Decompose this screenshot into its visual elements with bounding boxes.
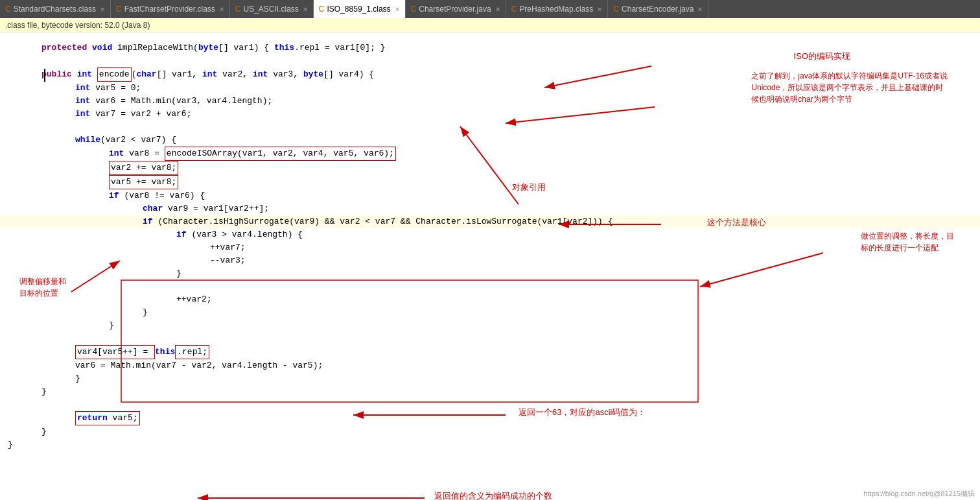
ann-text-4: 做位置的调整，将长度，目标的长度进行一个适配 <box>861 230 954 254</box>
code-line-31: } <box>0 438 980 451</box>
tab-label-5: CharsetProvider.java <box>419 5 491 14</box>
code-line-22: } <box>0 319 980 332</box>
code-line-10: var2 += var8; <box>0 161 980 175</box>
tab-icon-5: C <box>411 5 417 14</box>
tab-label-2: FastCharsetProvider.class <box>124 5 215 14</box>
ann-text-5: 调整偏移量和目标的位置 <box>19 276 66 299</box>
code-line-13: char var9 = var1[var2++]; <box>0 202 980 215</box>
code-line-26: } <box>0 372 980 385</box>
code-line-25: var6 = Math.min(var7 - var2, var4.length… <box>0 359 980 372</box>
tab-icon-1: C <box>5 5 11 14</box>
tab-icon-3: C <box>235 5 241 14</box>
ann-text-7: 返回值的含义为编码成功的个数 <box>434 490 552 500</box>
code-line-23 <box>0 332 980 345</box>
status-text: .class file, bytecode version: 52.0 (Jav… <box>5 21 150 30</box>
close-btn-7[interactable]: ✕ <box>697 6 703 13</box>
code-line-14: if (Character.isHighSurrogate(var9) && v… <box>0 215 980 228</box>
tab-charset-encoder[interactable]: C CharsetEncoder.java ✕ <box>608 0 708 18</box>
tab-charset-provider[interactable]: C CharsetProvider.java ✕ <box>406 0 506 18</box>
tab-label-1: StandardCharsets.class <box>14 5 96 14</box>
close-btn-3[interactable]: ✕ <box>303 6 308 13</box>
ann-title: ISO的编码实现 <box>794 51 850 62</box>
tab-label-6: PreHashedMap.class <box>519 5 593 14</box>
code-line-11: var5 += var8; <box>0 175 980 189</box>
code-area[interactable]: protected void implReplaceWith(byte[] va… <box>0 32 980 500</box>
tab-label-3: US_ASCII.class <box>243 5 298 14</box>
code-line-21: } <box>0 306 980 319</box>
tab-iso-8859[interactable]: C ISO_8859_1.class ✕ <box>314 0 406 18</box>
ann-text-1: 之前了解到，java体系的默认字符编码集是UTF-16或者说 Unicode，所… <box>751 70 948 105</box>
code-line-17: --var3; <box>0 254 980 267</box>
code-line-24: var4[var5++] = this.repl; <box>0 345 980 359</box>
tab-icon-6: C <box>511 5 517 14</box>
close-btn-4[interactable]: ✕ <box>395 6 400 13</box>
tab-icon-2: C <box>116 5 122 14</box>
code-line-29: return var5; <box>0 411 980 425</box>
code-line-9: int var8 = encodeISOArray(var1, var2, va… <box>0 147 980 161</box>
code-line-19 <box>0 280 980 293</box>
tab-standard-charsets[interactable]: C StandardCharsets.class ✕ <box>0 0 111 18</box>
code-line-28 <box>0 398 980 411</box>
code-line-27: } <box>0 385 980 398</box>
tab-label-4: ISO_8859_1.class <box>327 5 391 14</box>
close-btn-1[interactable]: ✕ <box>100 6 105 13</box>
bottom-url: https://blog.csdn.net/q@81215编辑 <box>859 488 980 500</box>
code-line-16: ++var7; <box>0 241 980 254</box>
status-bar: .class file, bytecode version: 52.0 (Jav… <box>0 18 980 32</box>
tab-icon-4: C <box>319 5 325 14</box>
tab-icon-7: C <box>613 5 619 14</box>
code-line-20: ++var2; <box>0 293 980 306</box>
tab-us-ascii[interactable]: C US_ASCII.class ✕ <box>230 0 314 18</box>
code-line-15: if (var3 > var4.length) { <box>0 228 980 241</box>
close-btn-2[interactable]: ✕ <box>219 6 224 13</box>
ann-text-3: 这个方法是核心 <box>707 217 766 228</box>
ann-text-2: 对象引用 <box>512 182 546 193</box>
code-line-6: int var7 = var2 + var6; <box>0 108 980 121</box>
tab-fast-charset[interactable]: C FastCharsetProvider.class ✕ <box>111 0 230 18</box>
ann-text-6: 返回一个63，对应的ascii码值为： <box>519 407 646 418</box>
tab-label-7: CharsetEncoder.java <box>622 5 694 14</box>
close-btn-6[interactable]: ✕ <box>597 6 602 13</box>
code-line-7 <box>0 121 980 134</box>
code-line-8: while(var2 < var7) { <box>0 134 980 147</box>
close-btn-5[interactable]: ✕ <box>495 6 500 13</box>
tab-prehashed-map[interactable]: C PreHashedMap.class ✕ <box>506 0 609 18</box>
tab-bar: C StandardCharsets.class ✕ C FastCharset… <box>0 0 980 18</box>
code-line-12: if (var8 != var6) { <box>0 189 980 202</box>
code-line-18: } <box>0 267 980 280</box>
code-line-30: } <box>0 425 980 438</box>
